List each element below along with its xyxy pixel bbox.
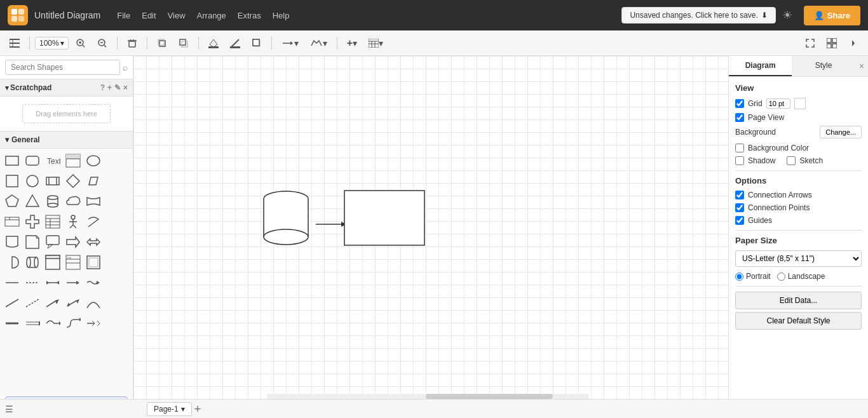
search-input[interactable] bbox=[5, 60, 120, 75]
grid-color-picker[interactable] bbox=[794, 98, 806, 109]
theme-icon[interactable]: ☀ bbox=[782, 8, 792, 22]
connection-arrows-checkbox[interactable] bbox=[735, 191, 744, 199]
rectangle-shape[interactable] bbox=[343, 189, 426, 248]
shape-callout[interactable] bbox=[43, 233, 62, 252]
close-panel-button[interactable]: × bbox=[855, 56, 868, 76]
search-icon[interactable]: ⌕ bbox=[123, 62, 128, 72]
shape-note[interactable] bbox=[23, 233, 42, 252]
shape-connector-arrow-diag[interactable] bbox=[43, 293, 62, 313]
add-shape-button[interactable]: + ▾ bbox=[342, 35, 362, 51]
shape-rounded-rectangle[interactable] bbox=[23, 151, 42, 170]
shape-arrow-both[interactable] bbox=[43, 273, 62, 292]
shape-connector-curved2[interactable] bbox=[84, 293, 103, 313]
shape-cross[interactable] bbox=[23, 212, 42, 231]
scratchpad-area[interactable]: Drag elements here bbox=[0, 97, 133, 131]
shape-heading[interactable] bbox=[64, 151, 83, 170]
fill-color-button[interactable] bbox=[204, 36, 223, 51]
landscape-label[interactable]: Landscape bbox=[777, 272, 825, 281]
shape-cylinder-horiz[interactable] bbox=[23, 253, 42, 272]
landscape-radio[interactable] bbox=[777, 273, 785, 281]
reset-view-button[interactable] bbox=[822, 36, 841, 51]
page-1-tab[interactable]: Page-1 ▾ bbox=[147, 402, 192, 416]
menu-arrange[interactable]: Arrange bbox=[192, 8, 231, 23]
shape-document[interactable] bbox=[3, 233, 22, 252]
add-page-button[interactable]: + bbox=[194, 403, 201, 415]
zoom-control[interactable]: 100% ▾ bbox=[35, 37, 69, 50]
menu-edit[interactable]: Edit bbox=[137, 8, 161, 23]
menu-extras[interactable]: Extras bbox=[233, 8, 266, 23]
cylinder-shape[interactable] bbox=[261, 189, 311, 248]
portrait-radio[interactable] bbox=[735, 273, 743, 281]
line-color-button[interactable] bbox=[226, 36, 245, 51]
background-color-checkbox[interactable] bbox=[735, 144, 744, 152]
shadow-checkbox[interactable] bbox=[735, 156, 744, 165]
scratchpad-edit-icon[interactable]: ✎ bbox=[114, 83, 121, 92]
grid-size-input[interactable] bbox=[766, 98, 790, 109]
tab-style[interactable]: Style bbox=[792, 56, 855, 76]
shape-diamond[interactable] bbox=[64, 172, 83, 191]
shape-half-circle-left[interactable] bbox=[3, 253, 22, 272]
share-button[interactable]: 👤 Share bbox=[804, 6, 860, 25]
shape-ellipse[interactable] bbox=[84, 151, 103, 170]
canvas-horizontal-scrollbar[interactable] bbox=[267, 394, 588, 399]
canvas-area[interactable] bbox=[133, 56, 728, 418]
shape-pentagon[interactable] bbox=[3, 192, 22, 211]
shape-connector-straight[interactable] bbox=[3, 293, 22, 313]
shape-square[interactable] bbox=[3, 172, 22, 191]
shape-right-arrow[interactable] bbox=[64, 233, 83, 252]
shape-s-curve[interactable] bbox=[64, 314, 83, 333]
shape-list[interactable]: List bbox=[64, 253, 83, 272]
shape-process[interactable] bbox=[43, 172, 62, 191]
shape-tape[interactable] bbox=[84, 192, 103, 211]
paper-size-select[interactable]: US-Letter (8,5" x 11") A4 (210 x 297mm) … bbox=[735, 250, 862, 267]
shape-frame[interactable] bbox=[84, 253, 103, 272]
shape-cloud[interactable] bbox=[64, 192, 83, 211]
shape-connector-dashed[interactable] bbox=[23, 293, 42, 313]
shape-actor[interactable] bbox=[64, 212, 83, 231]
portrait-label[interactable]: Portrait bbox=[735, 272, 771, 281]
fullscreen-button[interactable] bbox=[801, 36, 820, 51]
grid-checkbox[interactable] bbox=[735, 99, 744, 108]
scrollbar-thumb[interactable] bbox=[426, 394, 553, 399]
to-front-button[interactable] bbox=[153, 36, 172, 51]
menu-view[interactable]: View bbox=[163, 8, 191, 23]
guides-checkbox[interactable] bbox=[735, 216, 744, 225]
shape-curved-end[interactable] bbox=[43, 314, 62, 333]
shape-double-line[interactable] bbox=[23, 314, 42, 333]
shape-bidir-arrow[interactable] bbox=[84, 233, 103, 252]
unsaved-changes-button[interactable]: Unsaved changes. Click here to save. ⬇ bbox=[621, 7, 775, 24]
scratchpad-help-icon[interactable]: ? bbox=[100, 83, 105, 92]
shape-connector-bidir[interactable] bbox=[64, 293, 83, 313]
page-menu-button[interactable]: ☰ bbox=[5, 404, 13, 414]
shadow-button[interactable] bbox=[247, 36, 266, 51]
shape-arrow-single[interactable] bbox=[64, 273, 83, 292]
shape-arrow-wavy[interactable] bbox=[84, 273, 103, 292]
shape-table[interactable] bbox=[43, 212, 62, 231]
canvas-grid[interactable] bbox=[133, 56, 728, 418]
general-section-header[interactable]: General bbox=[0, 131, 133, 149]
shape-container[interactable] bbox=[43, 253, 62, 272]
collapse-panel-button[interactable] bbox=[844, 36, 863, 51]
shape-parallelogram[interactable] bbox=[84, 172, 103, 191]
sidebar-toggle-button[interactable] bbox=[5, 36, 24, 50]
connection-style-button[interactable]: ▾ bbox=[277, 36, 303, 51]
sketch-checkbox[interactable] bbox=[787, 156, 796, 165]
shape-rectangle[interactable] bbox=[3, 151, 22, 170]
page-view-checkbox[interactable] bbox=[735, 113, 744, 122]
shape-circle[interactable] bbox=[23, 172, 42, 191]
scratchpad-close-icon[interactable]: × bbox=[123, 83, 128, 92]
clear-default-style-button[interactable]: Clear Default Style bbox=[735, 312, 862, 330]
waypoint-button[interactable]: ▾ bbox=[306, 36, 332, 51]
shape-text[interactable]: Text bbox=[43, 151, 62, 170]
zoom-in-button[interactable] bbox=[71, 36, 90, 51]
edit-data-button[interactable]: Edit Data... bbox=[735, 292, 862, 309]
shape-thick-line[interactable] bbox=[3, 314, 22, 333]
shape-curved-arrow[interactable] bbox=[84, 212, 103, 231]
menu-help[interactable]: Help bbox=[268, 8, 295, 23]
tab-diagram[interactable]: Diagram bbox=[729, 56, 792, 76]
shape-dotted-line[interactable] bbox=[23, 273, 42, 292]
table-button[interactable]: ▾ bbox=[364, 36, 388, 51]
shape-triangle[interactable] bbox=[23, 192, 42, 211]
connection-points-checkbox[interactable] bbox=[735, 203, 744, 212]
to-back-button[interactable] bbox=[174, 36, 193, 51]
